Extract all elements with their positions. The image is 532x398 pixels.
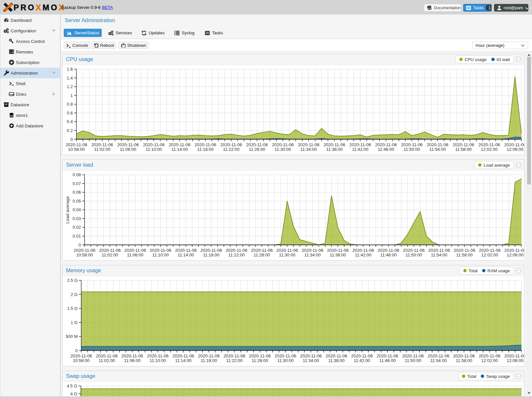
svg-text:2.5 G: 2.5 G [67, 278, 78, 283]
svg-text:2020-11-06: 2020-11-06 [479, 248, 501, 253]
svg-text:1.6: 1.6 [67, 67, 73, 72]
svg-text:2020-11-06: 2020-11-06 [169, 142, 191, 147]
svg-text:2020-11-06: 2020-11-06 [143, 142, 165, 147]
svg-text:1.5 G: 1.5 G [67, 306, 78, 311]
svg-text:0.07: 0.07 [73, 181, 81, 186]
svg-text:2020-11-06: 2020-11-06 [147, 353, 169, 358]
svg-text:0.6: 0.6 [67, 111, 73, 116]
svg-text:2020-11-06: 2020-11-06 [479, 353, 501, 358]
svg-text:500 M: 500 M [66, 334, 78, 339]
svg-text:12:06:00: 12:06:00 [507, 358, 523, 363]
svg-text:11:50:00: 11:50:00 [405, 358, 421, 363]
svg-text:11:22:00: 11:22:00 [223, 147, 239, 152]
svg-text:2020-11-06: 2020-11-06 [117, 142, 139, 147]
svg-text:2020-11-06: 2020-11-06 [352, 248, 374, 253]
svg-text:2020-11-06: 2020-11-06 [504, 248, 524, 253]
svg-text:11:26:00: 11:26:00 [252, 358, 268, 363]
svg-text:2020-11-06: 2020-11-06 [453, 353, 475, 358]
svg-text:4.5 G: 4.5 G [67, 383, 77, 388]
svg-text:2020-11-06: 2020-11-06 [175, 248, 197, 253]
svg-text:2020-11-06: 2020-11-06 [300, 353, 322, 358]
svg-text:2020-11-06: 2020-11-06 [324, 142, 345, 147]
svg-text:0.4: 0.4 [67, 119, 73, 124]
svg-text:11:10:00: 11:10:00 [146, 147, 162, 152]
svg-text:12:06:00: 12:06:00 [507, 147, 523, 152]
svg-text:11:18:00: 11:18:00 [197, 147, 214, 152]
svg-text:0.03: 0.03 [73, 216, 81, 221]
svg-text:2020-11-06: 2020-11-06 [327, 248, 349, 253]
svg-text:11:30:00: 11:30:00 [279, 252, 296, 257]
svg-text:11:58:00: 11:58:00 [456, 358, 472, 363]
svg-text:2020-11-06: 2020-11-06 [246, 142, 268, 147]
svg-text:1.2: 1.2 [67, 84, 73, 89]
svg-text:2020-11-06: 2020-11-06 [272, 142, 294, 147]
svg-text:11:06:00: 11:06:00 [127, 252, 144, 257]
svg-text:11:34:00: 11:34:00 [304, 252, 321, 257]
svg-text:2020-11-06: 2020-11-06 [172, 353, 194, 358]
svg-text:11:22:00: 11:22:00 [226, 358, 243, 363]
svg-text:11:14:00: 11:14:00 [178, 252, 194, 257]
svg-text:2020-11-06: 2020-11-06 [428, 353, 449, 358]
svg-text:11:46:00: 11:46:00 [380, 252, 397, 257]
svg-text:2020-11-06: 2020-11-06 [276, 248, 298, 253]
svg-text:1.4: 1.4 [67, 76, 73, 81]
svg-text:11:10:00: 11:10:00 [152, 252, 169, 257]
svg-text:2020-11-06: 2020-11-06 [377, 353, 399, 358]
svg-text:11:02:00: 11:02:00 [102, 252, 118, 257]
svg-text:11:38:00: 11:38:00 [330, 252, 346, 257]
svg-text:11:34:00: 11:34:00 [303, 358, 319, 363]
svg-text:2 G: 2 G [71, 292, 78, 297]
svg-text:11:06:00: 11:06:00 [120, 147, 136, 152]
svg-text:2020-11-06: 2020-11-06 [454, 248, 476, 253]
svg-text:2020-11-06: 2020-11-06 [349, 142, 371, 147]
svg-text:2020-11-06: 2020-11-06 [249, 353, 271, 358]
svg-text:0.08: 0.08 [73, 172, 81, 177]
svg-text:11:50:00: 11:50:00 [404, 147, 420, 152]
svg-text:2020-11-06: 2020-11-06 [427, 142, 448, 147]
svg-text:2020-11-06: 2020-11-06 [66, 142, 88, 147]
svg-text:2020-11-06: 2020-11-06 [251, 248, 273, 253]
svg-text:11:10:00: 11:10:00 [150, 358, 166, 363]
svg-text:11:26:00: 11:26:00 [254, 252, 270, 257]
svg-text:2020-11-06: 2020-11-06 [70, 353, 92, 358]
svg-text:2020-11-06: 2020-11-06 [401, 142, 423, 147]
svg-text:2020-11-06: 2020-11-06 [504, 353, 524, 358]
svg-text:11:22:00: 11:22:00 [228, 252, 245, 257]
svg-text:0: 0 [70, 137, 73, 142]
svg-text:11:54:00: 11:54:00 [431, 252, 447, 257]
svg-text:2020-11-06: 2020-11-06 [403, 248, 425, 253]
svg-text:1 G: 1 G [71, 320, 78, 325]
svg-text:2020-11-06: 2020-11-06 [226, 248, 247, 253]
svg-text:2020-11-06: 2020-11-06 [452, 142, 474, 147]
svg-text:11:26:00: 11:26:00 [249, 147, 265, 152]
svg-text:2020-11-06: 2020-11-06 [375, 142, 397, 147]
svg-text:0: 0 [75, 348, 78, 353]
svg-text:11:06:00: 11:06:00 [124, 358, 141, 363]
svg-text:2020-11-06: 2020-11-06 [150, 248, 171, 253]
svg-text:0: 0 [79, 243, 81, 248]
svg-text:0.05: 0.05 [73, 199, 81, 204]
svg-text:2020-11-06: 2020-11-06 [428, 248, 450, 253]
svg-text:11:54:00: 11:54:00 [429, 147, 446, 152]
svg-text:2020-11-06: 2020-11-06 [195, 142, 216, 147]
svg-text:2020-11-06: 2020-11-06 [122, 353, 143, 358]
svg-text:12:02:00: 12:02:00 [481, 147, 498, 152]
svg-text:2020-11-06: 2020-11-06 [378, 248, 400, 253]
svg-text:11:14:00: 11:14:00 [171, 147, 188, 152]
svg-text:2020-11-06: 2020-11-06 [402, 353, 424, 358]
svg-text:2020-11-06: 2020-11-06 [124, 248, 146, 253]
svg-text:2020-11-06: 2020-11-06 [96, 353, 118, 358]
svg-text:11:18:00: 11:18:00 [203, 252, 220, 257]
svg-text:2020-11-06: 2020-11-06 [74, 248, 95, 253]
svg-text:0.02: 0.02 [73, 225, 81, 230]
svg-text:11:30:00: 11:30:00 [277, 358, 294, 363]
svg-text:2020-11-06: 2020-11-06 [298, 142, 320, 147]
svg-text:2020-11-06: 2020-11-06 [504, 142, 524, 147]
svg-text:2020-11-06: 2020-11-06 [224, 353, 245, 358]
svg-text:10:58:00: 10:58:00 [68, 147, 85, 152]
svg-text:2020-11-06: 2020-11-06 [479, 142, 500, 147]
svg-text:11:02:00: 11:02:00 [98, 358, 115, 363]
svg-text:2020-11-06: 2020-11-06 [274, 353, 296, 358]
svg-text:12:06:00: 12:06:00 [507, 252, 524, 257]
svg-text:4 G: 4 G [70, 391, 77, 396]
